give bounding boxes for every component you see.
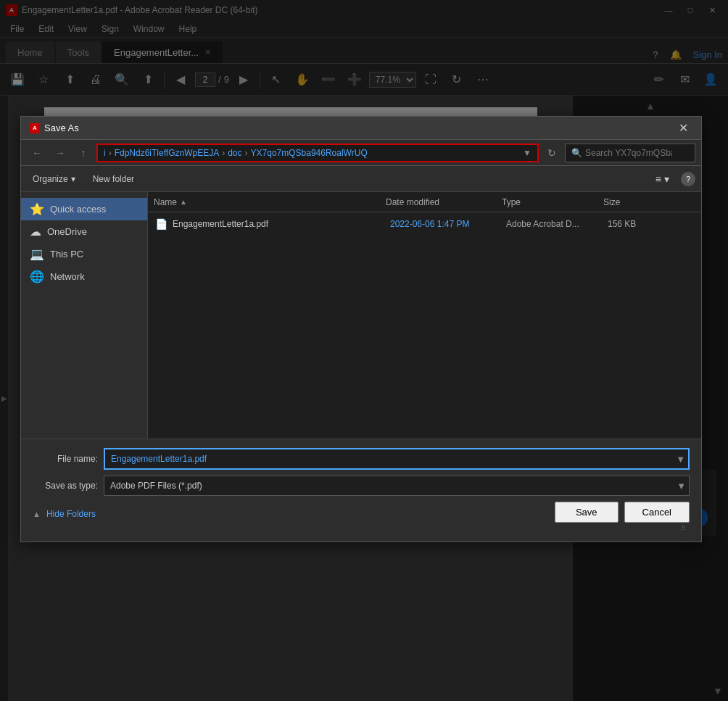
breadcrumb-dropdown[interactable]: ▼ (523, 148, 531, 158)
view-toggle-button[interactable]: ≡ ▾ (650, 170, 675, 188)
dialog-nav-bar: ← → ↑ i › FdpNdz6iTleffGznWpEEJA › doc ›… (21, 140, 701, 166)
savetype-select-wrap: Adobe PDF Files (*.pdf) ▼ (104, 476, 690, 496)
sidebar-quick-access[interactable]: ⭐ Quick access (21, 198, 147, 220)
col-name[interactable]: Name ▲ (154, 197, 386, 207)
sidebar-this-pc[interactable]: 💻 This PC (21, 243, 147, 265)
col-size[interactable]: Size (603, 197, 676, 207)
filename-row: File name: ▼ (33, 448, 690, 470)
new-folder-button[interactable]: New folder (87, 171, 140, 187)
save-button[interactable]: Save (555, 502, 619, 523)
breadcrumb-bar[interactable]: i › FdpNdz6iTleffGznWpEEJA › doc › YX7qo… (96, 144, 539, 162)
footer-bottom: ▲ Hide Folders Save Cancel (33, 502, 690, 523)
resize-handle[interactable]: ⠿ (681, 524, 690, 533)
onedrive-icon: ☁ (30, 225, 41, 238)
nav-forward-button[interactable]: → (50, 143, 70, 163)
file-list: Name ▲ Date modified Type Size 📄 Engagem… (148, 192, 701, 439)
dialog-title-text: Save As (44, 123, 79, 133)
sidebar-this-pc-label: This PC (50, 249, 83, 260)
cancel-button[interactable]: Cancel (624, 502, 690, 523)
dialog-body: ⭐ Quick access ☁ OneDrive 💻 This PC 🌐 Ne… (21, 192, 701, 439)
dialog-title-bar: A Save As ✕ (21, 117, 701, 140)
breadcrumb-fdp[interactable]: FdpNdz6iTleffGznWpEEJA (115, 148, 220, 158)
file-date: 2022-06-06 1:47 PM (390, 219, 506, 229)
breadcrumb-doc[interactable]: doc (228, 148, 241, 158)
savetype-dropdown[interactable]: ▼ (674, 481, 689, 491)
sidebar-network[interactable]: 🌐 Network (21, 265, 147, 288)
savetype-label: Save as type: (33, 481, 98, 491)
footer-buttons: Save Cancel (555, 502, 690, 523)
dialog-toolbar: Organize ▾ New folder ≡ ▾ ? (21, 166, 701, 192)
breadcrumb-current[interactable]: YX7qo7mQSba946RoalWrUQ (251, 148, 368, 158)
search-input[interactable] (585, 148, 672, 158)
file-size: 156 KB (608, 219, 680, 229)
sidebar-onedrive[interactable]: ☁ OneDrive (21, 220, 147, 243)
col-date[interactable]: Date modified (386, 197, 502, 207)
this-pc-icon: 💻 (30, 247, 44, 261)
breadcrumb-i[interactable]: i (104, 148, 106, 158)
sort-icon: ▲ (180, 198, 187, 206)
col-type[interactable]: Type (502, 197, 603, 207)
refresh-button[interactable]: ↻ (542, 143, 562, 163)
search-box: 🔍 (565, 144, 695, 162)
sidebar-onedrive-label: OneDrive (47, 226, 87, 237)
dialog-help-button[interactable]: ? (681, 172, 695, 186)
search-icon: 🔍 (571, 148, 582, 158)
file-name: EngagementLetter1a.pdf (173, 219, 390, 229)
filename-input-wrap: ▼ (104, 448, 690, 470)
dialog-app-icon: A (30, 123, 40, 133)
file-list-header: Name ▲ Date modified Type Size (148, 192, 701, 212)
organize-button[interactable]: Organize ▾ (27, 171, 81, 187)
hide-folders-row: ▲ Hide Folders (33, 506, 96, 519)
dialog-close-button[interactable]: ✕ (674, 118, 692, 138)
savetype-select[interactable]: Adobe PDF Files (*.pdf) (104, 476, 674, 495)
sidebar-quick-access-label: Quick access (50, 204, 106, 215)
save-as-dialog: A Save As ✕ ← → ↑ i › FdpNdz6iTleffGznWp… (20, 116, 702, 542)
savetype-row: Save as type: Adobe PDF Files (*.pdf) ▼ (33, 476, 690, 496)
network-icon: 🌐 (30, 270, 44, 283)
hide-folders-arrow[interactable]: ▲ (33, 510, 41, 518)
file-icon: 📄 (154, 218, 168, 230)
sidebar-network-label: Network (50, 271, 85, 282)
quick-access-icon: ⭐ (30, 202, 44, 216)
dialog-sidebar: ⭐ Quick access ☁ OneDrive 💻 This PC 🌐 Ne… (21, 192, 148, 439)
nav-up-button[interactable]: ↑ (73, 143, 94, 163)
filename-input[interactable] (105, 449, 673, 468)
file-type: Adobe Acrobat D... (506, 219, 608, 229)
file-row[interactable]: 📄 EngagementLetter1a.pdf 2022-06-06 1:47… (148, 212, 701, 236)
dialog-footer: File name: ▼ Save as type: Adobe PDF Fil… (21, 439, 701, 542)
nav-back-button[interactable]: ← (27, 143, 47, 163)
filename-label: File name: (33, 454, 98, 464)
filename-dropdown[interactable]: ▼ (673, 454, 688, 465)
hide-folders-button[interactable]: Hide Folders (46, 509, 96, 519)
